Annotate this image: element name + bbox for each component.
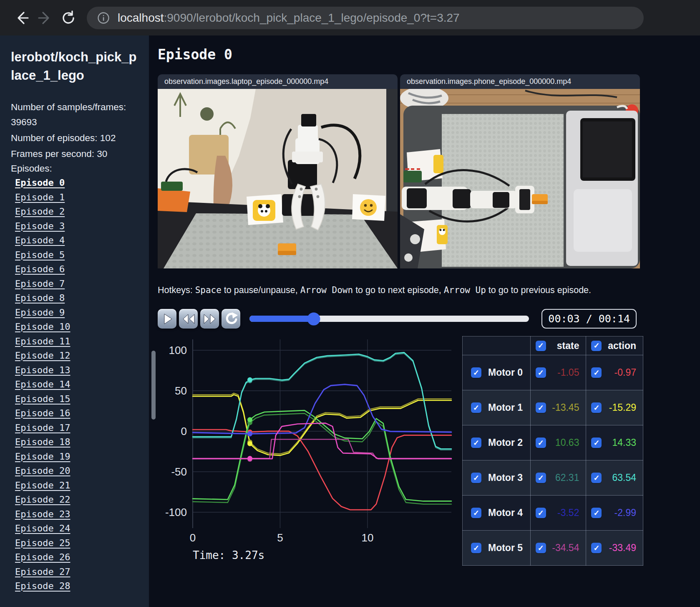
episode-link[interactable]: Episode 17: [15, 422, 70, 433]
state-value-checkbox[interactable]: ✓: [536, 438, 546, 448]
motor-chart[interactable]: 100500-50-1000510: [158, 336, 460, 545]
motor-row: ✓Motor 4✓-3.52✓-2.99: [463, 496, 643, 531]
back-icon[interactable]: [10, 6, 33, 30]
video-phone[interactable]: [400, 89, 640, 268]
motor-row: ✓Motor 0✓-1.05✓-0.97: [463, 355, 643, 390]
seek-slider[interactable]: [249, 316, 529, 322]
episode-link[interactable]: Episode 24: [15, 523, 70, 534]
state-value-checkbox[interactable]: ✓: [536, 473, 546, 483]
episode-list-item: Episode 18: [15, 437, 138, 447]
svg-text:50: 50: [175, 384, 187, 397]
episode-list-item: Episode 22: [15, 494, 138, 505]
video-title-phone: observation.images.phone_episode_000000.…: [400, 74, 640, 89]
state-column-checkbox[interactable]: ✓: [536, 341, 546, 351]
state-value: -3.52: [557, 507, 579, 518]
action-value-checkbox[interactable]: ✓: [591, 473, 602, 483]
episode-list-item: Episode 3: [15, 221, 138, 231]
episode-link[interactable]: Episode 8: [15, 293, 65, 303]
episode-link[interactable]: Episode 12: [15, 350, 70, 361]
episode-link[interactable]: Episode 0: [15, 177, 65, 188]
episode-link[interactable]: Episode 21: [15, 480, 70, 491]
state-value-checkbox[interactable]: ✓: [536, 543, 546, 553]
chart-time-label: Time: 3.27s: [193, 549, 460, 561]
scrollbar-thumb[interactable]: [151, 351, 156, 420]
motor-table-header: ✓ state ✓ action: [463, 336, 643, 355]
motor-row-checkbox[interactable]: ✓: [471, 508, 481, 518]
action-value-checkbox[interactable]: ✓: [591, 402, 602, 413]
state-value: -34.54: [552, 542, 579, 554]
state-value-checkbox[interactable]: ✓: [536, 367, 546, 378]
episode-list-item: Episode 19: [15, 451, 138, 462]
motor-name: Motor 1: [488, 402, 523, 413]
episode-link[interactable]: Episode 13: [15, 365, 70, 375]
episode-link[interactable]: Episode 28: [15, 581, 70, 591]
action-value: -33.49: [609, 542, 636, 554]
right-video-scene: [400, 89, 640, 268]
hotkeys-help: Hotkeys: Space to pause/unpause, Arrow D…: [158, 285, 700, 296]
episode-link[interactable]: Episode 4: [15, 235, 65, 245]
episode-link[interactable]: Episode 15: [15, 394, 70, 404]
episode-list-item: Episode 25: [15, 538, 138, 548]
episode-link[interactable]: Episode 6: [15, 264, 65, 274]
state-value: 62.31: [555, 472, 579, 483]
seek-slider-thumb[interactable]: [307, 312, 320, 325]
video-laptop[interactable]: [158, 89, 398, 268]
episode-link[interactable]: Episode 22: [15, 494, 70, 505]
state-value-checkbox[interactable]: ✓: [536, 402, 546, 413]
action-value-checkbox[interactable]: ✓: [591, 367, 602, 378]
page-title: Episode 0: [158, 46, 700, 63]
action-value-checkbox[interactable]: ✓: [591, 543, 602, 553]
motor-name: Motor 4: [488, 507, 523, 518]
episode-list-item: Episode 20: [15, 465, 138, 476]
action-value: 14.33: [612, 437, 636, 448]
episode-link[interactable]: Episode 5: [15, 250, 65, 260]
episode-link[interactable]: Episode 7: [15, 278, 65, 289]
action-value-checkbox[interactable]: ✓: [591, 508, 602, 518]
episode-link[interactable]: Episode 25: [15, 538, 70, 548]
forward-icon[interactable]: [33, 6, 57, 30]
state-value-checkbox[interactable]: ✓: [536, 508, 546, 518]
episode-link[interactable]: Episode 23: [15, 509, 70, 519]
episode-list-item: Episode 14: [15, 379, 138, 389]
reload-icon[interactable]: [57, 6, 80, 30]
episode-link[interactable]: Episode 11: [15, 336, 70, 346]
dataset-title: lerobot/koch_pick_place_1_lego: [11, 48, 138, 85]
loop-button[interactable]: [222, 309, 240, 329]
episode-link[interactable]: Episode 14: [15, 379, 70, 389]
dataset-stat: Number of samples/frames: 39693: [11, 100, 138, 130]
episode-link[interactable]: Episode 16: [15, 408, 70, 418]
episode-link[interactable]: Episode 9: [15, 307, 65, 318]
action-value-checkbox[interactable]: ✓: [591, 438, 602, 448]
episode-link[interactable]: Episode 3: [15, 221, 65, 231]
state-value: -13.45: [552, 402, 579, 413]
motor-row-checkbox[interactable]: ✓: [471, 438, 481, 448]
motor-row: ✓Motor 5✓-34.54✓-33.49: [463, 531, 643, 566]
episode-list-item: Episode 13: [15, 365, 138, 375]
motor-row-checkbox[interactable]: ✓: [471, 402, 481, 413]
episode-link[interactable]: Episode 27: [15, 567, 70, 577]
video-title-laptop: observation.images.laptop_episode_000000…: [158, 74, 398, 89]
episode-link[interactable]: Episode 18: [15, 437, 70, 447]
episode-link[interactable]: Episode 26: [15, 552, 70, 562]
episode-list-item: Episode 10: [15, 321, 138, 332]
episode-link[interactable]: Episode 20: [15, 465, 70, 476]
motor-row-checkbox[interactable]: ✓: [471, 473, 481, 483]
episode-list-item: Episode 7: [15, 278, 138, 289]
state-column-label: state: [557, 340, 579, 352]
address-bar[interactable]: localhost:9090/lerobot/koch_pick_place_1…: [87, 7, 644, 29]
state-value: 10.63: [555, 437, 579, 448]
site-info-icon[interactable]: [97, 11, 110, 25]
episode-link[interactable]: Episode 2: [15, 206, 65, 217]
rewind-button[interactable]: [179, 309, 198, 329]
episode-link[interactable]: Episode 1: [15, 192, 65, 202]
motor-row-checkbox[interactable]: ✓: [471, 543, 481, 553]
motor-row-checkbox[interactable]: ✓: [471, 367, 481, 378]
episode-list-item: Episode 16: [15, 408, 138, 418]
episode-link[interactable]: Episode 10: [15, 321, 70, 332]
episode-link[interactable]: Episode 19: [15, 451, 70, 462]
seek-slider-fill: [249, 316, 314, 322]
episode-list-item: Episode 23: [15, 509, 138, 519]
fast-forward-button[interactable]: [200, 309, 219, 329]
play-button[interactable]: [158, 309, 176, 329]
action-column-checkbox[interactable]: ✓: [591, 341, 602, 351]
